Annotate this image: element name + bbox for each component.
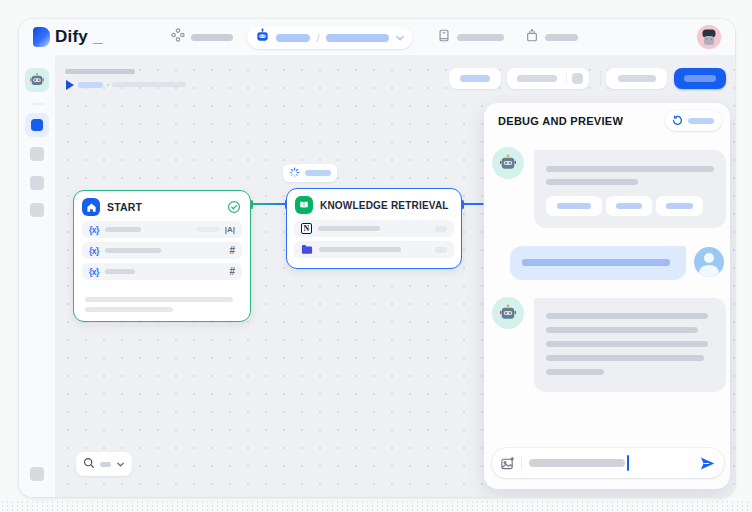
app-switcher[interactable]: / — [247, 26, 413, 49]
knowledge-node-title: KNOWLEDGE RETRIEVAL — [320, 200, 449, 211]
var-name-placeholder — [105, 248, 161, 253]
user-message-bubble — [510, 246, 686, 280]
folder-icon — [301, 244, 313, 255]
top-header: Dify _ / — [19, 19, 735, 55]
panel-title: DEBUG AND PREVIEW — [498, 115, 623, 127]
sidebar-item-placeholder-1[interactable] — [30, 147, 44, 161]
knowledge-node-header: KNOWLEDGE RETRIEVAL — [287, 189, 461, 219]
input-divider — [521, 456, 522, 470]
debug-preview-panel: DEBUG AND PREVIEW — [484, 103, 730, 489]
sidebar-item-placeholder-2[interactable] — [30, 176, 44, 190]
source-count-chip — [435, 226, 447, 232]
knowledge-source-row: N — [294, 220, 454, 237]
start-var-row: {x} # — [82, 242, 242, 259]
sidebar-item-workflow-active[interactable] — [25, 113, 49, 137]
suggested-reply-button[interactable] — [546, 196, 602, 216]
suggested-reply-button[interactable] — [656, 196, 703, 216]
plugins-icon — [525, 28, 539, 47]
node-desc-placeholder — [85, 297, 233, 302]
left-sidebar — [19, 55, 55, 497]
search-icon — [83, 455, 95, 473]
chevron-down-icon — [395, 33, 405, 43]
message-line-placeholder — [546, 179, 638, 185]
check-circle-icon — [227, 200, 241, 214]
number-type-icon: # — [229, 266, 235, 277]
var-value-placeholder — [196, 227, 220, 232]
app-window: Dify _ / — [19, 19, 735, 497]
message-line-placeholder — [546, 313, 708, 319]
nav-explore-label-placeholder — [191, 34, 233, 41]
user-chat-avatar — [694, 247, 724, 277]
robot-emoji-icon — [29, 72, 45, 88]
nav-explore[interactable] — [171, 27, 233, 47]
nav-plugins[interactable] — [525, 27, 578, 47]
bottom-texture — [0, 500, 752, 512]
app-name-placeholder — [326, 34, 389, 42]
person-icon — [704, 253, 714, 263]
variable-icon: {x} — [89, 267, 99, 277]
message-line-placeholder — [546, 341, 708, 347]
start-node-header: START — [74, 191, 250, 221]
bot-message-bubble — [534, 298, 726, 392]
home-icon — [82, 198, 100, 216]
start-node[interactable]: START {x} |A| {x} # — [73, 190, 251, 322]
source-name-placeholder — [319, 247, 401, 252]
node-running-status-chip[interactable] — [283, 164, 337, 182]
start-node-title: START — [107, 201, 142, 213]
nav-docs-label-placeholder — [457, 34, 504, 41]
sidebar-divider — [31, 103, 43, 105]
nav-docs[interactable] — [437, 27, 504, 47]
start-var-row: {x} |A| — [82, 221, 242, 238]
start-var-row: {x} # — [82, 263, 242, 280]
open-book-icon — [295, 196, 313, 214]
text-cursor — [627, 455, 629, 471]
image-upload-icon[interactable] — [500, 456, 515, 471]
suggested-reply-placeholder — [557, 203, 591, 209]
restart-button[interactable] — [665, 110, 722, 131]
workflow-icon — [31, 119, 43, 131]
chat-input[interactable] — [492, 448, 724, 478]
sidebar-app-icon[interactable] — [25, 68, 49, 92]
dify-logo-underscore: _ — [93, 27, 102, 47]
user-avatar[interactable] — [697, 25, 721, 49]
send-button[interactable] — [699, 455, 716, 472]
restart-label-placeholder — [688, 118, 714, 124]
suggested-reply-button[interactable] — [606, 196, 652, 216]
explore-icon — [171, 28, 185, 46]
spinner-icon — [289, 164, 300, 182]
source-count-chip — [435, 247, 447, 253]
message-line-placeholder — [546, 369, 604, 375]
suggested-reply-placeholder — [666, 203, 693, 209]
dify-logo-text: Dify — [55, 27, 88, 47]
docs-icon — [437, 28, 451, 47]
workspace-name-placeholder — [276, 34, 310, 42]
message-line-placeholder — [546, 355, 704, 361]
restart-icon — [672, 112, 683, 130]
typed-text-placeholder — [529, 459, 625, 467]
breadcrumb-separator: / — [316, 32, 319, 44]
zoom-value-placeholder — [100, 462, 111, 467]
bot-avatar — [492, 297, 524, 329]
chevron-down-icon — [116, 460, 125, 469]
var-name-placeholder — [105, 269, 135, 274]
app-robot-icon — [255, 28, 270, 47]
sidebar-item-placeholder-bottom[interactable] — [30, 467, 44, 481]
notion-icon: N — [301, 223, 312, 234]
user-message-placeholder — [522, 259, 670, 266]
node-desc-placeholder — [85, 307, 173, 312]
message-line-placeholder — [546, 327, 698, 333]
dify-logo[interactable]: Dify _ — [33, 27, 102, 47]
variable-icon: {x} — [89, 225, 99, 235]
number-type-icon: # — [229, 245, 235, 256]
suggested-reply-placeholder — [616, 203, 642, 209]
bot-avatar — [492, 147, 524, 179]
running-label-placeholder — [305, 170, 331, 176]
knowledge-source-row — [294, 241, 454, 258]
zoom-control[interactable] — [76, 452, 132, 476]
sidebar-item-placeholder-3[interactable] — [30, 203, 44, 217]
message-line-placeholder — [546, 166, 714, 172]
knowledge-retrieval-node[interactable]: KNOWLEDGE RETRIEVAL N — [286, 188, 462, 269]
dify-logo-icon — [33, 27, 50, 47]
source-name-placeholder — [318, 226, 380, 231]
nav-plugins-label-placeholder — [545, 34, 578, 41]
